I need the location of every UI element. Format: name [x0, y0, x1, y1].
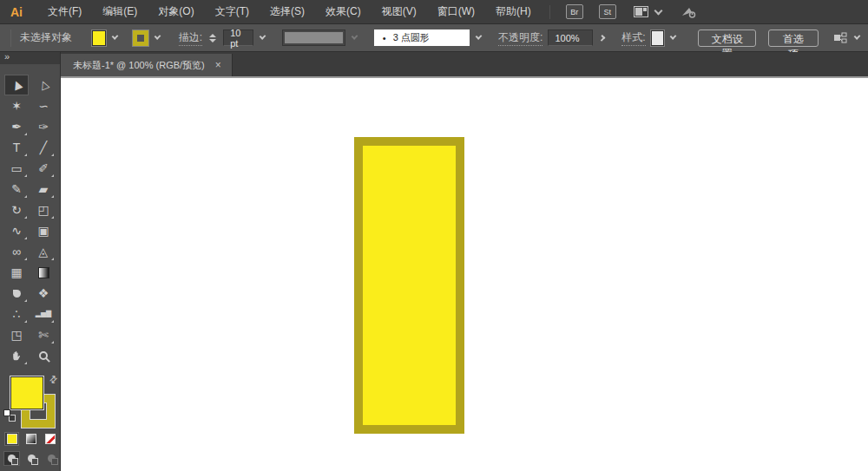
- blend-tool[interactable]: ❖: [31, 283, 56, 304]
- scale-tool[interactable]: ◰: [31, 200, 56, 220]
- default-fill-stroke-icon[interactable]: [3, 409, 16, 422]
- brush-definition-dropdown[interactable]: • 3 点圆形: [374, 29, 470, 46]
- draw-inside-button: [43, 451, 60, 466]
- magic-wand-icon: ✶: [11, 100, 22, 112]
- menu-help[interactable]: 帮助(H): [486, 1, 541, 23]
- select-similar-chevron-down-icon[interactable]: [854, 33, 861, 40]
- document-tab[interactable]: 未标题-1* @ 100% (RGB/预览) ×: [61, 54, 233, 76]
- color-button-icon: [7, 434, 17, 444]
- menu-view[interactable]: 视图(V): [372, 1, 426, 23]
- opacity-panel-link[interactable]: 不透明度:: [498, 30, 542, 46]
- zoom-tool[interactable]: [31, 345, 56, 366]
- tools-panel: » ▶ ▷ ✶ ∽ ✒ ✑ T ╱ ▭ ✐ ✎ ▰ ↻ ◰ ∿ ▣ ∞ ◬ ▦ …: [0, 52, 61, 471]
- opacity-field[interactable]: 100%: [548, 29, 593, 46]
- type-tool[interactable]: T: [4, 137, 29, 158]
- brush-chevron-down-icon[interactable]: [475, 33, 482, 40]
- rectangle-tool[interactable]: ▭: [4, 158, 29, 179]
- paintbrush-tool[interactable]: ✐: [31, 158, 56, 179]
- document-setup-button[interactable]: 文档设置: [698, 29, 756, 47]
- style-chevron-down-icon[interactable]: [670, 33, 677, 40]
- workspace: » ▶ ▷ ✶ ∽ ✒ ✑ T ╱ ▭ ✐ ✎ ▰ ↻ ◰ ∿ ▣ ∞ ◬ ▦ …: [0, 52, 868, 471]
- rotate-icon: ↻: [11, 204, 22, 216]
- menu-object[interactable]: 对象(O): [148, 1, 203, 23]
- free-transform-icon: ▣: [37, 225, 49, 237]
- stock-button[interactable]: St: [599, 4, 616, 19]
- menu-edit[interactable]: 编辑(E): [93, 1, 147, 23]
- artboard-tool[interactable]: ◳: [4, 324, 29, 345]
- perspective-grid-icon: ◬: [39, 245, 49, 258]
- stroke-chevron-down-icon[interactable]: [155, 33, 161, 40]
- fill-chevron-down-icon[interactable]: [111, 33, 118, 40]
- menu-effect[interactable]: 效果(C): [316, 1, 371, 23]
- preferences-button[interactable]: 首选项: [768, 29, 819, 47]
- opacity-chevron-right-icon[interactable]: [599, 35, 606, 42]
- tab-bar: 未标题-1* @ 100% (RGB/预览) ×: [61, 52, 868, 78]
- column-graph-tool[interactable]: ▂▅▇: [31, 304, 56, 324]
- stroke-panel-link[interactable]: 描边:: [179, 30, 202, 46]
- line-segment-tool[interactable]: ╱: [31, 137, 56, 158]
- shaper-tool[interactable]: ✎: [4, 179, 29, 200]
- swap-fill-stroke-icon[interactable]: ⇄: [47, 373, 61, 387]
- type-icon: T: [13, 141, 21, 154]
- style-panel-link[interactable]: 样式:: [621, 30, 645, 46]
- slice-tool[interactable]: ✄: [31, 324, 56, 345]
- drawing-mode-buttons: [0, 446, 60, 466]
- menu-type[interactable]: 文字(T): [206, 1, 259, 23]
- scale-icon: ◰: [37, 204, 49, 216]
- menu-window[interactable]: 窗口(W): [428, 1, 484, 23]
- fill-proxy[interactable]: [10, 376, 43, 409]
- style-swatch[interactable]: [651, 30, 665, 46]
- menu-file[interactable]: 文件(F): [38, 1, 91, 23]
- shape-builder-icon: ∞: [12, 245, 21, 258]
- workspace-switcher-icon[interactable]: [634, 6, 648, 17]
- stroke-width-chevron-down-icon[interactable]: [260, 33, 266, 40]
- curvature-icon: ✑: [38, 121, 49, 133]
- shape-builder-tool[interactable]: ∞: [4, 241, 29, 262]
- stroke-width-stepper[interactable]: [209, 34, 216, 43]
- eyedropper-tool[interactable]: [4, 283, 29, 304]
- none-button[interactable]: [43, 432, 57, 446]
- width-profile-chevron-down-icon: [351, 33, 358, 40]
- width-profile-dropdown[interactable]: [282, 29, 345, 46]
- selection-tool[interactable]: ▶: [4, 75, 29, 95]
- lasso-icon: ∽: [38, 100, 49, 112]
- shaper-icon: ✎: [11, 183, 22, 195]
- canvas[interactable]: [61, 78, 868, 471]
- gradient-tool[interactable]: [31, 262, 56, 283]
- magic-wand-tool[interactable]: ✶: [4, 95, 29, 116]
- pen-tool[interactable]: ✒: [4, 116, 29, 137]
- color-button[interactable]: [4, 432, 19, 446]
- collapse-panel-icon[interactable]: »: [4, 51, 9, 62]
- tab-close-icon[interactable]: ×: [215, 61, 221, 69]
- perspective-grid-tool[interactable]: ◬: [31, 241, 56, 262]
- fill-color-swatch[interactable]: [92, 30, 106, 46]
- menu-select[interactable]: 选择(S): [260, 1, 314, 23]
- width-tool[interactable]: ∿: [4, 220, 29, 241]
- document-area: 未标题-1* @ 100% (RGB/预览) ×: [61, 52, 868, 471]
- illustrator-logo: Ai: [5, 3, 28, 22]
- gpu-performance-icon[interactable]: [681, 5, 696, 19]
- stroke-width-field[interactable]: 10 pt: [223, 29, 253, 46]
- rotate-tool[interactable]: ↻: [4, 200, 29, 220]
- mesh-icon: ▦: [10, 266, 22, 278]
- direct-selection-tool[interactable]: ▷: [31, 75, 56, 95]
- gradient-button[interactable]: [23, 432, 38, 446]
- eraser-tool[interactable]: ▰: [31, 179, 56, 200]
- curvature-tool[interactable]: ✑: [31, 116, 56, 137]
- eraser-icon: ▰: [39, 183, 49, 195]
- draw-normal-button[interactable]: [3, 451, 20, 466]
- hand-tool[interactable]: [4, 345, 29, 366]
- artwork-rectangle[interactable]: [354, 137, 464, 434]
- workspace-chevron-down-icon[interactable]: [654, 7, 662, 16]
- mesh-tool[interactable]: ▦: [4, 262, 29, 283]
- hand-icon: [10, 350, 23, 362]
- symbol-sprayer-tool[interactable]: ∴: [4, 304, 29, 324]
- slice-icon: ✄: [38, 329, 49, 341]
- lasso-tool[interactable]: ∽: [31, 95, 56, 116]
- draw-behind-button[interactable]: [23, 451, 40, 466]
- bridge-button[interactable]: Br: [566, 4, 583, 19]
- free-transform-tool[interactable]: ▣: [31, 220, 56, 241]
- select-similar-objects-icon[interactable]: [832, 31, 848, 45]
- none-button-icon: [45, 434, 56, 444]
- stroke-color-swatch[interactable]: [133, 30, 148, 46]
